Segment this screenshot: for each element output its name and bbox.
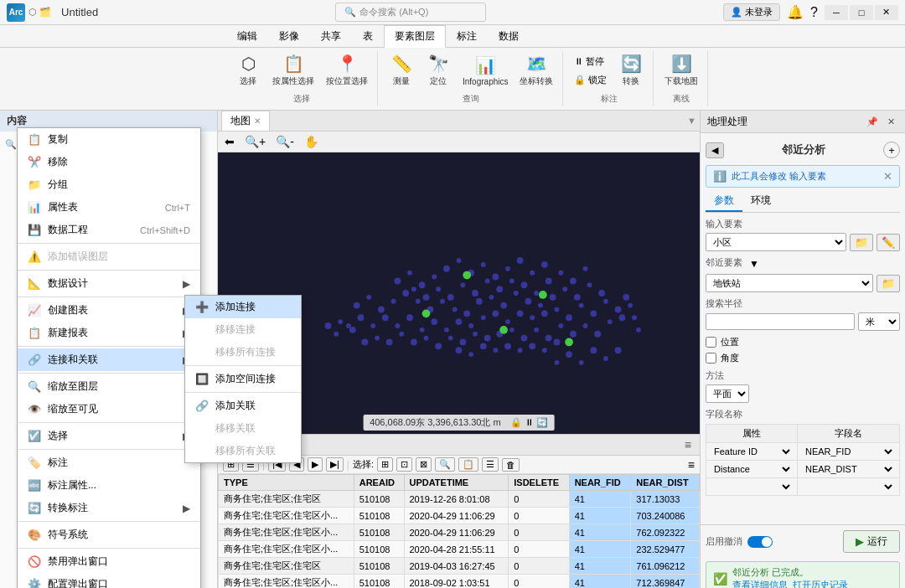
download-map-button[interactable]: ⬇️ 下载地图	[660, 51, 702, 90]
attr-clear-select-btn[interactable]: ⊡	[396, 457, 412, 472]
attr-delete-select-btn[interactable]: 🗑	[502, 458, 520, 472]
success-link-history[interactable]: 打开历史记录	[793, 579, 848, 588]
method-select[interactable]: 平面	[706, 384, 749, 403]
search-radius-unit[interactable]: 米	[858, 312, 900, 331]
near-feature-select[interactable]: 地铁站	[706, 274, 873, 292]
pause-button[interactable]: ⏸ 暂停	[570, 54, 611, 70]
map-refresh-btn[interactable]: 🔄	[536, 417, 548, 428]
ribbon-tab-edit[interactable]: 编辑	[226, 25, 268, 47]
field-attr-cell[interactable]	[706, 478, 798, 496]
col-type[interactable]: TYPE	[219, 475, 354, 491]
col-areaid[interactable]: AREAID	[354, 475, 404, 491]
panel-close-btn[interactable]: ✕	[883, 114, 898, 129]
attr-first-btn[interactable]: |◀	[268, 457, 286, 472]
info-close-btn[interactable]: ✕	[883, 170, 892, 183]
near-feature-dropdown-icon[interactable]: ▼	[749, 258, 759, 270]
col-updatetime[interactable]: UPDATETIME	[404, 475, 509, 491]
attr-grid-btn[interactable]: ⊞	[223, 457, 239, 472]
ctx-label-prop[interactable]: 🔤 标注属性...	[18, 474, 200, 497]
coord-button[interactable]: 🗺️ 坐标转换	[515, 51, 557, 90]
geo-tab-env[interactable]: 环境	[742, 191, 779, 212]
attr-show-select-btn[interactable]: ☰	[482, 457, 499, 472]
ctx-zoom-layer[interactable]: 🔍 缩放至图层	[18, 375, 200, 398]
maximize-button[interactable]: □	[850, 5, 873, 20]
map-tab-close[interactable]: ✕	[254, 116, 261, 126]
location-checkbox[interactable]	[706, 337, 716, 348]
map-pause-btn[interactable]: ⏸	[525, 417, 534, 427]
loc-select-button[interactable]: 📍 按位置选择	[322, 51, 372, 90]
attr-tab-xiaoqu[interactable]: 小区 ✕	[221, 435, 272, 455]
geo-add-btn[interactable]: +	[883, 142, 900, 158]
user-button[interactable]: 👤 未登录	[723, 3, 780, 21]
col-near-dist[interactable]: NEAR_DIST	[631, 475, 700, 491]
attr-invert-select-btn[interactable]: ⊠	[416, 457, 432, 472]
ctx-config-popup[interactable]: ⚙️ 配置弹出窗口	[18, 573, 200, 588]
map-nav-back[interactable]: ⬅	[221, 133, 238, 150]
ctx-select[interactable]: ☑️ 选择 ▶	[18, 425, 200, 447]
ribbon-tab-data[interactable]: 数据	[488, 25, 530, 47]
cancel-toggle[interactable]	[747, 536, 773, 548]
ribbon-tab-image[interactable]: 影像	[268, 25, 310, 47]
geo-back-btn[interactable]: ◀	[706, 142, 724, 158]
ctx-join-relate[interactable]: 🔗 连接和关联 ▶	[18, 348, 200, 371]
attr-list-btn[interactable]: ☰	[242, 457, 259, 472]
attr-options-btn[interactable]: ≡	[688, 458, 695, 472]
close-button[interactable]: ✕	[875, 5, 898, 20]
ctx-create-chart[interactable]: 📈 创建图表 ▶	[18, 299, 200, 322]
input-feature-select[interactable]: 小区	[706, 233, 846, 251]
convert-label-button[interactable]: 🔄 转换	[614, 51, 648, 90]
angle-checkbox[interactable]	[706, 353, 716, 364]
search-box[interactable]: 🔍 命令搜索 (Alt+Q)	[335, 3, 486, 22]
attr-select-all-btn[interactable]: ⊞	[377, 457, 393, 472]
ctx-label[interactable]: 🏷️ 标注	[18, 451, 200, 474]
ctx-symbol[interactable]: 🎨 符号系统	[18, 524, 200, 546]
geo-tab-params[interactable]: 参数	[706, 191, 742, 212]
field-attr-cell[interactable]: Feature ID	[706, 443, 798, 461]
ribbon-tab-feature-layer[interactable]: 要素图层	[384, 25, 446, 48]
infographics-button[interactable]: 📊 Infographics	[458, 53, 512, 89]
map-lock-btn[interactable]: 🔒	[510, 417, 522, 428]
minimize-button[interactable]: ─	[825, 5, 848, 20]
ctx-attr-table[interactable]: 📊 属性表 Ctrl+T	[18, 196, 200, 219]
search-radius-input[interactable]	[706, 313, 855, 330]
ctx-add-error-layer[interactable]: ⚠️ 添加错误图层	[18, 245, 200, 268]
attr-menu-icon[interactable]: ≡	[680, 438, 696, 451]
success-link-detail[interactable]: 查看详细信息	[732, 579, 788, 588]
ribbon-tab-table[interactable]: 表	[352, 25, 384, 47]
attr-select-button[interactable]: 📋 按属性选择	[268, 51, 318, 90]
map-pan[interactable]: ✋	[301, 133, 322, 150]
field-name-cell[interactable]: NEAR_FID	[797, 443, 899, 461]
run-button[interactable]: ▶ 运行	[843, 530, 900, 553]
map-zoom-in[interactable]: 🔍+	[241, 133, 269, 150]
map-tab[interactable]: 地图 ✕	[221, 111, 270, 131]
panel-pin-btn[interactable]: 📌	[865, 114, 880, 129]
ribbon-tab-label[interactable]: 标注	[446, 25, 488, 47]
ctx-remove[interactable]: ✂️ 移除	[18, 151, 200, 173]
near-feature-folder-btn[interactable]: 📁	[877, 275, 900, 292]
measure-button[interactable]: 📏 测量	[385, 51, 418, 90]
lock-button[interactable]: 🔒 锁定	[570, 72, 611, 88]
input-feature-folder-btn[interactable]: 📁	[850, 234, 873, 251]
field-name-cell[interactable]	[797, 478, 899, 496]
col-isdelete[interactable]: ISDELETE	[509, 475, 569, 491]
ctx-new-report[interactable]: 📋 新建报表 ▶	[18, 322, 200, 344]
attr-copy-select-btn[interactable]: 📋	[458, 457, 478, 472]
map-zoom-out[interactable]: 🔍-	[272, 133, 297, 150]
ctx-convert-label[interactable]: 🔄 转换标注 ▶	[18, 497, 200, 519]
attr-last-btn[interactable]: ▶|	[326, 457, 344, 472]
field-attr-cell[interactable]: Distance	[706, 461, 798, 478]
notification-icon[interactable]: 🔔	[787, 4, 804, 20]
ctx-data-design[interactable]: 📐 数据设计 ▶	[18, 272, 200, 295]
locate-button[interactable]: 🔭 定位	[421, 51, 455, 90]
ctx-copy[interactable]: 📋 复制	[18, 128, 200, 151]
ctx-group[interactable]: 📁 分组	[18, 173, 200, 196]
field-name-cell[interactable]: NEAR_DIST	[797, 461, 899, 478]
ctx-disable-popup[interactable]: 🚫 禁用弹出窗口	[18, 550, 200, 573]
attr-next-btn[interactable]: ▶	[308, 457, 323, 472]
ctx-data-project[interactable]: 💾 数据工程 Ctrl+Shift+D	[18, 219, 200, 241]
help-icon[interactable]: ?	[810, 5, 818, 20]
attr-zoom-select-btn[interactable]: 🔍	[435, 457, 455, 472]
input-feature-edit-btn[interactable]: ✏️	[877, 234, 900, 251]
attr-tab-close[interactable]: ✕	[256, 441, 263, 450]
select-button[interactable]: ⬡ 选择	[231, 51, 265, 90]
